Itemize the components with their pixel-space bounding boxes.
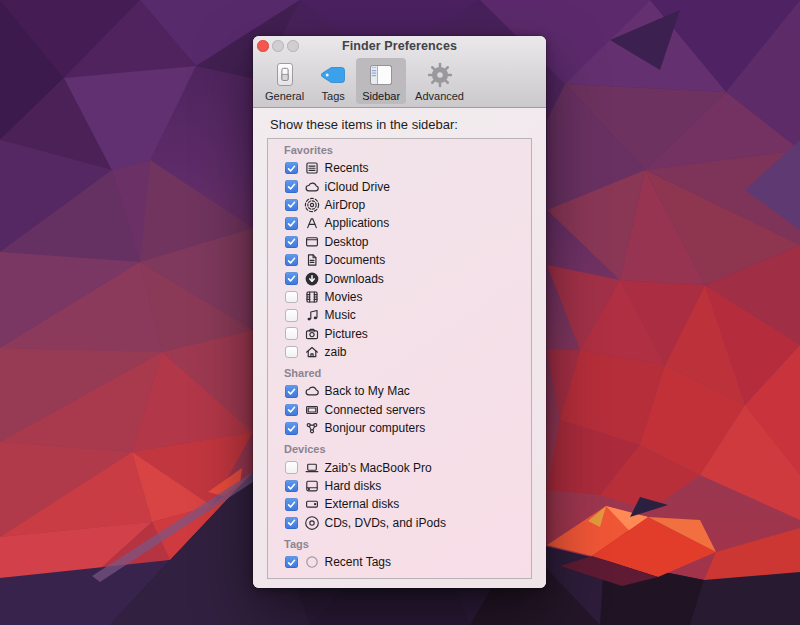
checkbox-checked[interactable] [285, 404, 298, 417]
toolbar-tab-general[interactable]: General [259, 58, 310, 104]
section-shared: SharedBack to My MacConnected serversBon… [268, 367, 531, 437]
movies-icon [304, 289, 320, 305]
disc-icon [304, 515, 320, 531]
sidebar-item-documents[interactable]: Documents [268, 251, 531, 269]
checkbox-checked[interactable] [285, 422, 298, 435]
checkbox-checked[interactable] [285, 556, 298, 569]
section-tags: TagsRecent Tags [268, 538, 531, 571]
gear-icon [426, 61, 454, 89]
traffic-lights [257, 40, 299, 52]
recents-icon [304, 160, 320, 176]
sidebar-item-downloads[interactable]: Downloads [268, 269, 531, 287]
titlebar[interactable]: Finder Preferences [253, 36, 546, 56]
sidebar-item-desktop[interactable]: Desktop [268, 233, 531, 251]
sidebar-item-label: Documents [325, 253, 386, 267]
checkbox-checked[interactable] [285, 254, 298, 267]
checkbox-checked[interactable] [285, 272, 298, 285]
sidebar-item-label: Zaib’s MacBook Pro [325, 461, 432, 475]
sidebar-item-label: iCloud Drive [325, 180, 390, 194]
sidebar-item-hard-disks[interactable]: Hard disks [268, 477, 531, 495]
finder-preferences-window: Finder Preferences GeneralTagsSidebarAdv… [253, 36, 546, 588]
toolbar-tab-advanced[interactable]: Advanced [409, 58, 470, 104]
sidebar-item-label: Recent Tags [325, 555, 392, 569]
external-drive-icon [304, 496, 320, 512]
sidebar-item-airdrop[interactable]: AirDrop [268, 196, 531, 214]
checkbox-unchecked[interactable] [285, 309, 298, 322]
cloud-icon [304, 179, 320, 195]
checkbox-checked[interactable] [285, 385, 298, 398]
sidebar-item-external-disks[interactable]: External disks [268, 495, 531, 513]
minimize-button[interactable] [272, 40, 284, 52]
checkbox-checked[interactable] [285, 180, 298, 193]
sidebar-panel-icon [367, 61, 395, 89]
sidebar-item-label: Downloads [325, 272, 384, 286]
sidebar-item-label: Music [325, 308, 356, 322]
music-icon [304, 307, 320, 323]
sidebar-item-movies[interactable]: Movies [268, 288, 531, 306]
toolbar-tab-label: General [265, 90, 304, 102]
sidebar-item-zaib[interactable]: zaib [268, 343, 531, 361]
sidebar-item-icloud-drive[interactable]: iCloud Drive [268, 177, 531, 195]
sidebar-item-label: Connected servers [325, 403, 426, 417]
sidebar-item-label: External disks [325, 497, 400, 511]
window-content: Show these items in the sidebar: Favorit… [253, 108, 546, 588]
sidebar-item-back-to-my-mac[interactable]: Back to My Mac [268, 382, 531, 400]
checkbox-checked[interactable] [285, 480, 298, 493]
pictures-icon [304, 326, 320, 342]
checkbox-unchecked[interactable] [285, 327, 298, 340]
zoom-button[interactable] [287, 40, 299, 52]
sidebar-item-label: AirDrop [325, 198, 366, 212]
sidebar-item-music[interactable]: Music [268, 306, 531, 324]
checkbox-checked[interactable] [285, 162, 298, 175]
internal-drive-icon [304, 478, 320, 494]
sidebar-item-label: CDs, DVDs, and iPods [325, 516, 446, 530]
sidebar-item-bonjour-computers[interactable]: Bonjour computers [268, 419, 531, 437]
sidebar-item-pictures[interactable]: Pictures [268, 325, 531, 343]
sidebar-item-recent-tags[interactable]: Recent Tags [268, 553, 531, 571]
cloud-icon [304, 383, 320, 399]
sidebar-item-zaib-s-macbook-pro[interactable]: Zaib’s MacBook Pro [268, 458, 531, 476]
sidebar-item-label: Back to My Mac [325, 384, 410, 398]
bonjour-icon [304, 420, 320, 436]
toolbar-tab-sidebar[interactable]: Sidebar [356, 58, 406, 104]
preferences-toolbar: GeneralTagsSidebarAdvanced [253, 56, 546, 104]
sidebar-item-connected-servers[interactable]: Connected servers [268, 401, 531, 419]
section-title: Favorites [284, 144, 531, 157]
section-devices: DevicesZaib’s MacBook ProHard disksExter… [268, 443, 531, 532]
sidebar-item-recents[interactable]: Recents [268, 159, 531, 177]
home-icon [304, 344, 320, 360]
tag-circle-icon [304, 554, 320, 570]
server-display-icon [304, 402, 320, 418]
toolbar-tab-label: Tags [322, 90, 345, 102]
checkbox-unchecked[interactable] [285, 291, 298, 304]
sidebar-item-label: Applications [325, 216, 390, 230]
laptop-icon [304, 460, 320, 476]
sidebar-item-label: Hard disks [325, 479, 382, 493]
documents-icon [304, 252, 320, 268]
downloads-icon [304, 271, 320, 287]
window-header: Finder Preferences GeneralTagsSidebarAdv… [253, 36, 546, 108]
section-title: Tags [284, 538, 531, 551]
sidebar-item-label: Movies [325, 290, 363, 304]
checkbox-checked[interactable] [285, 236, 298, 249]
tag-icon [319, 61, 347, 89]
checkbox-checked[interactable] [285, 498, 298, 511]
desktop-icon [304, 234, 320, 250]
toolbar-tab-tags[interactable]: Tags [313, 58, 353, 104]
close-button[interactable] [257, 40, 269, 52]
sidebar-heading: Show these items in the sidebar: [270, 117, 532, 132]
sidebar-item-label: Desktop [325, 235, 369, 249]
window-title: Finder Preferences [342, 39, 457, 53]
checkbox-unchecked[interactable] [285, 346, 298, 359]
applications-icon [304, 215, 320, 231]
sidebar-item-label: zaib [325, 345, 347, 359]
checkbox-checked[interactable] [285, 199, 298, 212]
checkbox-checked[interactable] [285, 217, 298, 230]
airdrop-icon [304, 197, 320, 213]
checkbox-checked[interactable] [285, 517, 298, 530]
sidebar-item-applications[interactable]: Applications [268, 214, 531, 232]
sidebar-item-label: Recents [325, 161, 369, 175]
checkbox-unchecked[interactable] [285, 461, 298, 474]
section-favorites: FavoritesRecentsiCloud DriveAirDropAppli… [268, 144, 531, 361]
sidebar-item-cds-dvds-and-ipods[interactable]: CDs, DVDs, and iPods [268, 514, 531, 532]
